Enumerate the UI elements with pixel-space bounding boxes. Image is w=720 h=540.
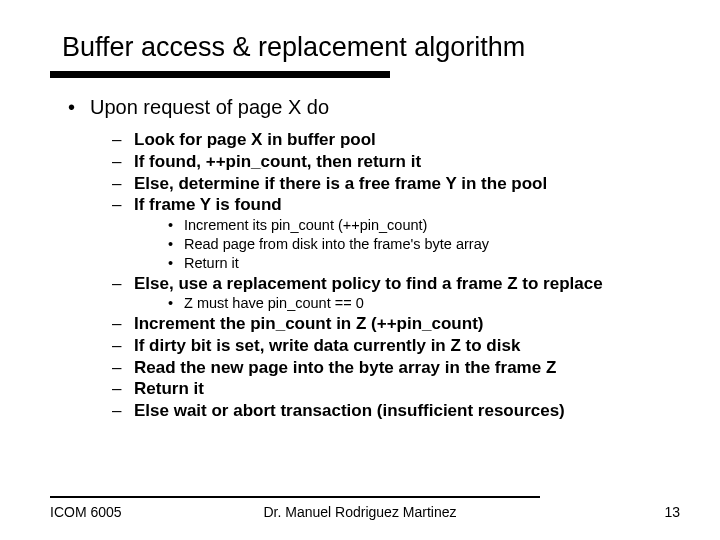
bullet-l1: •Upon request of page X do xyxy=(68,96,680,119)
bullet-l2: –If frame Y is found xyxy=(112,194,680,216)
bullet-l2: –Increment the pin_count in Z (++pin_cou… xyxy=(112,313,680,335)
bullet-l2: –If dirty bit is set, write data current… xyxy=(112,335,680,357)
bullet-l2: –Else, use a replacement policy to find … xyxy=(112,273,680,295)
footer-author: Dr. Manuel Rodriguez Martinez xyxy=(0,504,720,520)
bullet-l2: –Read the new page into the byte array i… xyxy=(112,357,680,379)
bullet-l2: –Else wait or abort transaction (insuffi… xyxy=(112,400,680,422)
l1-text: Upon request of page X do xyxy=(90,96,329,118)
bullet-l2: –If found, ++pin_count, then return it xyxy=(112,151,680,173)
bullet-l3: •Z must have pin_count == 0 xyxy=(168,294,680,313)
bullet-l3: •Increment its pin_count (++pin_count) xyxy=(168,216,680,235)
footer-rule xyxy=(50,496,540,498)
bullet-l3: •Return it xyxy=(168,254,680,273)
bullet-l2: –Look for page X in buffer pool xyxy=(112,129,680,151)
bullet-l2: –Return it xyxy=(112,378,680,400)
bullet-l2: –Else, determine if there is a free fram… xyxy=(112,173,680,195)
title-underline xyxy=(50,71,390,78)
bullet-l3: •Read page from disk into the frame's by… xyxy=(168,235,680,254)
slide-title: Buffer access & replacement algorithm xyxy=(62,32,680,63)
slide-footer: ICOM 6005 Dr. Manuel Rodriguez Martinez … xyxy=(0,496,720,520)
